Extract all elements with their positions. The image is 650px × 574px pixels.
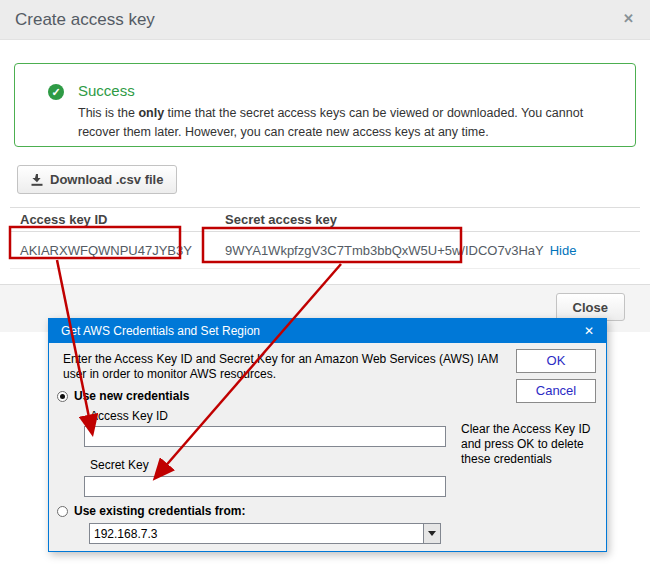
success-alert-title: Success [78,82,135,99]
modal-close-icon[interactable]: ✕ [623,11,634,26]
success-alert-text: This is the only time that the secret ac… [78,104,623,142]
secret-access-key-value: 9WYA1WkpfzgV3C7Tmb3bbQxW5U+5w/IDCO7v3HaY [225,243,544,258]
ok-button[interactable]: OK [516,349,596,373]
radio-new-label: Use new credentials [74,389,189,403]
header-access-key-id: Access key ID [10,212,215,227]
download-csv-button[interactable]: Download .csv file [17,165,177,194]
access-key-table: Access key ID Secret access key AKIARXWF… [10,207,640,269]
dialog-close-icon[interactable]: ✕ [572,319,606,343]
aws-credentials-dialog: Get AWS Credentials and Set Region ✕ Ent… [48,318,607,552]
dialog-titlebar[interactable]: Get AWS Credentials and Set Region ✕ [49,319,606,343]
access-key-id-label: Access Key ID [90,409,168,423]
combobox-dropdown-button[interactable] [423,524,440,543]
existing-credentials-combobox[interactable]: 192.168.7.3 [89,523,441,544]
radio-use-new-credentials[interactable]: Use new credentials [57,389,189,403]
alert-text-part1: This is the [78,106,138,120]
chevron-down-icon [428,531,436,536]
clear-key-helper-text: Clear the Access Key ID and press OK to … [461,422,599,467]
cancel-button[interactable]: Cancel [516,379,596,403]
radio-existing-icon[interactable] [57,506,68,517]
dialog-title: Get AWS Credentials and Set Region [49,324,260,338]
access-key-id-input[interactable] [84,426,446,447]
table-header-row: Access key ID Secret access key [10,207,640,232]
hide-link[interactable]: Hide [550,243,577,258]
combobox-selected-value: 192.168.7.3 [90,527,423,541]
modal-header: Create access key ✕ [0,0,650,40]
alert-text-bold: only [138,106,164,120]
header-secret-access-key: Secret access key [215,212,337,227]
radio-new-icon[interactable] [57,391,68,402]
success-alert: ✓ Success This is the only time that the… [14,63,636,147]
close-button[interactable]: Close [556,293,625,321]
success-check-icon: ✓ [48,84,64,100]
dialog-intro-text: Enter the Access Key ID and Secret Key f… [63,352,521,382]
modal-title: Create access key [15,10,155,30]
download-button-label: Download .csv file [50,172,163,187]
download-icon [31,174,43,186]
table-row: AKIARXWFQWNPU47JYB3Y 9WYA1WkpfzgV3C7Tmb3… [10,232,640,269]
secret-key-input[interactable] [84,476,446,497]
secret-key-label: Secret Key [90,458,149,472]
radio-existing-label: Use existing credentials from: [74,504,245,518]
access-key-id-value: AKIARXWFQWNPU47JYB3Y [10,243,215,258]
radio-use-existing-credentials[interactable]: Use existing credentials from: [57,504,245,518]
